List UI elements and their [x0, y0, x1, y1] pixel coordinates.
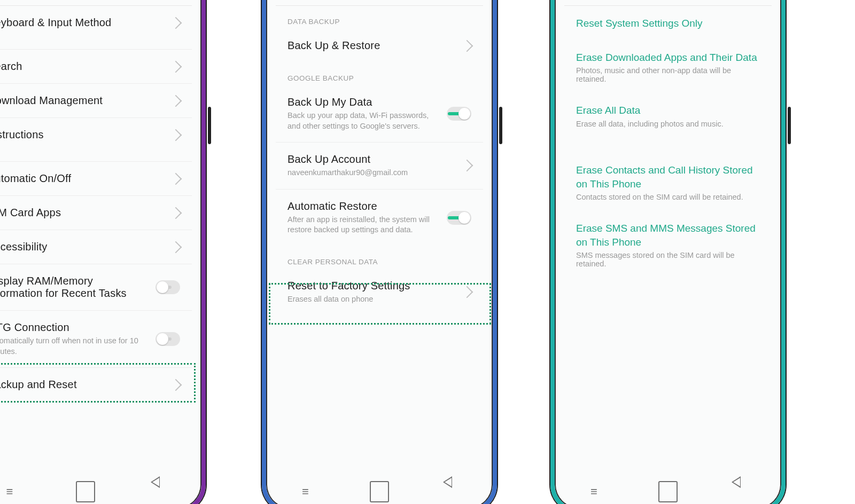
header-bar: ← Back Up and Reset: [276, 0, 483, 6]
settings-list: Keyboard & Input Method Search Download …: [0, 6, 199, 401]
nav-recent-icon[interactable]: ≡: [584, 482, 603, 501]
reset-options: Reset System Settings Only Erase Downloa…: [557, 6, 779, 278]
phone-right: 10:31 ← Reset to Factory Settings Reset …: [550, 0, 786, 504]
chevron-right-icon: [170, 60, 182, 73]
row-download-management[interactable]: Download Management: [0, 83, 192, 117]
nav-back-icon[interactable]: [733, 482, 752, 501]
nav-bar: ≡: [0, 477, 199, 504]
row-keyboard-input[interactable]: Keyboard & Input Method: [0, 6, 192, 40]
section-data-backup: DATA BACKUP: [287, 18, 471, 26]
row-backup-restore[interactable]: Back Up & Restore: [276, 29, 483, 62]
row-instructions[interactable]: Instructions: [0, 117, 192, 152]
opt-erase-sms[interactable]: Erase SMS and MMS Messages Stored on Thi…: [564, 211, 772, 278]
toggle-otg[interactable]: [156, 332, 180, 346]
row-sim-card-apps[interactable]: SIM Card Apps: [0, 195, 192, 230]
chevron-right-icon: [170, 129, 182, 141]
phone-left: ← Additional Settings Keyboard & Input M…: [0, 0, 206, 504]
header-bar: ← Additional Settings: [0, 0, 192, 6]
toggle-display-ram[interactable]: [156, 280, 180, 294]
screen-right: 10:31 ← Reset to Factory Settings Reset …: [557, 0, 779, 504]
chevron-right-icon: [170, 172, 182, 185]
chevron-right-icon: [170, 94, 182, 107]
row-backup-account[interactable]: Back Up Accountnaveenkumarthakur90@gmail…: [276, 142, 483, 189]
nav-home-icon[interactable]: [370, 482, 389, 501]
chevron-right-icon: [461, 40, 473, 52]
header-bar: ← Reset to Factory Settings: [564, 0, 772, 6]
power-button: [208, 107, 211, 144]
opt-erase-all[interactable]: Erase All DataErase all data, including …: [564, 93, 772, 138]
row-factory-reset[interactable]: Reset to Factory SettingsErases all data…: [276, 269, 483, 316]
chevron-right-icon: [170, 207, 182, 219]
nav-bar: ≡: [557, 477, 779, 504]
opt-erase-contacts[interactable]: Erase Contacts and Call History Stored o…: [564, 153, 772, 211]
screen-left: ← Additional Settings Keyboard & Input M…: [0, 0, 199, 504]
toggle-automatic-restore[interactable]: [447, 211, 471, 225]
chevron-right-icon: [170, 17, 182, 29]
section-clear-personal: CLEAR PERSONAL DATA: [287, 258, 471, 266]
power-button: [499, 107, 502, 144]
chevron-right-icon: [461, 286, 473, 298]
row-search[interactable]: Search: [0, 49, 192, 83]
row-backup-my-data[interactable]: Back Up My DataBack up your app data, Wi…: [276, 85, 483, 142]
row-automatic-restore[interactable]: Automatic RestoreAfter an app is reinsta…: [276, 189, 483, 246]
section-google-backup: GOOGLE BACKUP: [287, 74, 471, 82]
nav-back-icon[interactable]: [444, 482, 463, 501]
chevron-right-icon: [170, 241, 182, 253]
row-otg-connection[interactable]: OTG ConnectionAutomatically turn off whe…: [0, 310, 192, 367]
opt-reset-system[interactable]: Reset System Settings Only: [564, 6, 772, 40]
row-automatic-onoff[interactable]: Automatic On/Off: [0, 161, 192, 195]
screen-mid: 10:25 ← Back Up and Reset DATA BACKUP Ba…: [268, 0, 491, 504]
nav-recent-icon[interactable]: ≡: [296, 482, 315, 501]
backup-list: DATA BACKUP Back Up & Restore GOOGLE BAC…: [268, 18, 491, 315]
row-display-ram[interactable]: Display RAM/Memory Information for Recen…: [0, 264, 192, 310]
nav-bar: ≡: [268, 477, 491, 504]
opt-erase-downloaded[interactable]: Erase Downloaded Apps and Their DataPhot…: [564, 40, 772, 93]
nav-home-icon[interactable]: [658, 482, 678, 501]
nav-recent-icon[interactable]: ≡: [0, 482, 19, 501]
chevron-right-icon: [461, 160, 473, 172]
power-button: [788, 107, 791, 144]
phone-mid: 10:25 ← Back Up and Reset DATA BACKUP Ba…: [262, 0, 497, 504]
toggle-backup-my-data[interactable]: [447, 107, 471, 121]
row-backup-reset[interactable]: Backup and Reset: [0, 367, 192, 401]
nav-back-icon[interactable]: [152, 482, 171, 501]
nav-home-icon[interactable]: [76, 482, 95, 501]
row-accessibility[interactable]: Accessibility: [0, 230, 192, 264]
chevron-right-icon: [170, 379, 182, 391]
